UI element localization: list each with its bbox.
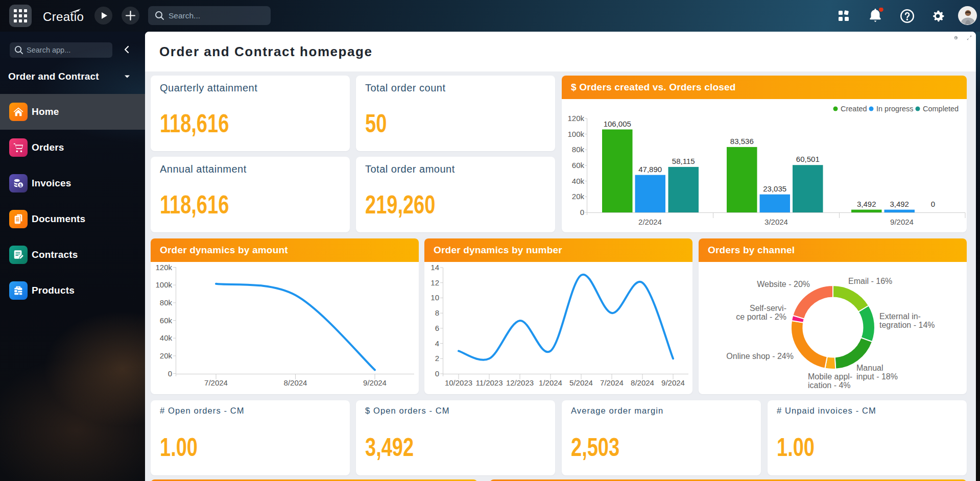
svg-text:83,536: 83,536 xyxy=(730,137,754,146)
svg-text:0: 0 xyxy=(168,369,172,378)
svg-text:Website - 20%: Website - 20% xyxy=(757,280,810,288)
svg-text:9/2024: 9/2024 xyxy=(890,218,914,226)
svg-text:40k: 40k xyxy=(160,333,173,342)
svg-text:5/2024: 5/2024 xyxy=(569,378,593,387)
svg-text:58,115: 58,115 xyxy=(672,157,695,165)
svg-text:input - 18%: input - 18% xyxy=(856,372,898,381)
svg-text:6: 6 xyxy=(435,324,439,332)
svg-text:14: 14 xyxy=(431,263,439,272)
svg-text:Email - 16%: Email - 16% xyxy=(848,277,892,285)
svg-text:8: 8 xyxy=(435,308,439,317)
svg-text:4: 4 xyxy=(435,339,439,348)
svg-text:0: 0 xyxy=(931,200,935,208)
svg-text:106,005: 106,005 xyxy=(604,119,631,128)
svg-text:47,890: 47,890 xyxy=(638,165,662,174)
svg-text:2/2024: 2/2024 xyxy=(638,218,662,226)
svg-text:tegration - 14%: tegration - 14% xyxy=(879,321,935,329)
svg-text:20k: 20k xyxy=(160,351,173,360)
svg-text:80k: 80k xyxy=(572,145,585,154)
svg-text:9/2024: 9/2024 xyxy=(661,378,685,387)
svg-text:100k: 100k xyxy=(155,280,172,289)
svg-text:3,492: 3,492 xyxy=(857,200,876,208)
svg-text:11/2023: 11/2023 xyxy=(475,378,503,387)
svg-text:10/2023: 10/2023 xyxy=(445,378,472,387)
svg-text:100k: 100k xyxy=(567,130,584,138)
svg-text:Created: Created xyxy=(841,105,867,113)
svg-text:ication - 4%: ication - 4% xyxy=(808,381,851,390)
svg-text:40k: 40k xyxy=(572,177,585,185)
svg-text:In progress: In progress xyxy=(876,105,914,113)
svg-text:23,035: 23,035 xyxy=(763,184,786,193)
svg-text:0: 0 xyxy=(435,369,439,378)
svg-text:80k: 80k xyxy=(160,298,173,307)
svg-text:7/2024: 7/2024 xyxy=(204,378,228,387)
svg-text:60k: 60k xyxy=(160,316,173,325)
svg-text:120k: 120k xyxy=(155,263,172,272)
svg-text:20k: 20k xyxy=(572,192,585,201)
svg-text:8/2024: 8/2024 xyxy=(631,378,654,387)
svg-text:External in-: External in- xyxy=(879,312,921,321)
svg-text:0: 0 xyxy=(580,208,584,217)
svg-text:$: $ xyxy=(19,183,22,188)
svg-text:Online shop - 24%: Online shop - 24% xyxy=(726,352,794,360)
svg-text:1/2024: 1/2024 xyxy=(539,378,562,387)
svg-text:8/2024: 8/2024 xyxy=(284,378,307,387)
svg-text:3,492: 3,492 xyxy=(890,200,909,208)
svg-text:60k: 60k xyxy=(572,161,585,170)
svg-text:7/2024: 7/2024 xyxy=(600,378,624,387)
svg-text:3/2024: 3/2024 xyxy=(764,218,788,226)
svg-text:60,501: 60,501 xyxy=(796,155,820,163)
svg-text:12: 12 xyxy=(431,278,439,287)
svg-text:Manual: Manual xyxy=(856,364,883,372)
svg-text:ce portal - 2%: ce portal - 2% xyxy=(736,312,786,321)
svg-text:2: 2 xyxy=(435,354,439,363)
svg-text:120k: 120k xyxy=(567,114,584,123)
svg-text:12/2023: 12/2023 xyxy=(506,378,534,387)
svg-text:Self-servi-: Self-servi- xyxy=(750,304,786,312)
svg-text:9/2024: 9/2024 xyxy=(363,378,387,387)
svg-text:10: 10 xyxy=(431,293,439,302)
svg-text:Completed: Completed xyxy=(923,105,959,113)
svg-text:Mobile appl-: Mobile appl- xyxy=(808,372,852,381)
